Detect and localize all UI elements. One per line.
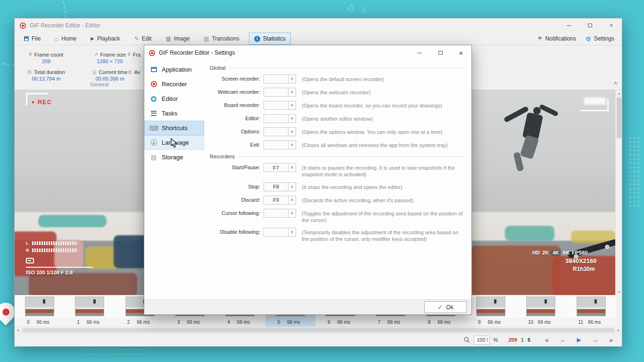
frame-index: 4 [227,320,230,325]
settings-button[interactable]: ⚙ Settings [586,35,614,42]
clear-shortcut-icon[interactable]: × [289,209,296,218]
dialog-close-button[interactable]: × [451,45,471,60]
sidebar-item-storage[interactable]: ▤ Storage [144,150,204,165]
timeline-frame[interactable] [566,295,616,318]
maximize-button[interactable] [579,18,601,33]
frame-label[interactable]: 866 ms [416,318,466,327]
audio-meter-right: R [26,248,77,253]
frame-label[interactable]: 1166 ms [566,318,616,327]
rec-dot-icon: ● [32,99,35,105]
tab-statistics[interactable]: i Statistics [249,33,291,45]
tab-playback[interactable]: ▶ Playback [86,33,124,45]
shortcut-label: Board recorder: [210,101,260,108]
clear-shortcut-icon[interactable]: × [289,74,296,83]
window-title: GIF Recorder Editor - Editor [30,22,100,29]
vertical-scrollbar[interactable]: ▲ ▼ [615,90,622,295]
quality-hd: HD [532,250,540,255]
frame-label[interactable]: 066 ms [15,318,65,327]
minimize-icon [417,53,422,53]
clear-shortcut-icon[interactable]: × [289,163,296,172]
tab-transitions[interactable]: ▥ Transitions [199,33,244,45]
horizontal-scrollbar[interactable]: ◄ ► [15,327,622,333]
shortcut-input[interactable] [264,74,289,83]
sidebar-item-recorder[interactable]: Recorder [144,77,204,91]
clear-shortcut-icon[interactable]: × [289,196,296,205]
timeline-frame[interactable] [516,295,566,318]
timeline-frame[interactable] [15,295,65,318]
close-button[interactable]: × [601,18,622,33]
tab-file[interactable]: File [19,33,45,45]
dialog-maximize-button[interactable] [430,45,451,60]
frame-label[interactable]: 266 ms [115,318,165,327]
clear-shortcut-icon[interactable]: × [289,140,296,149]
shortcut-input[interactable] [264,114,289,123]
timeline-frame[interactable] [65,295,115,318]
zoom-decrease-icon[interactable]: ▾ [487,340,488,342]
frame-index: 2 [127,320,130,325]
minimize-icon [567,25,571,26]
play-button[interactable]: ▶ [573,335,585,345]
horizontal-scroll-thumb[interactable] [22,328,614,332]
clear-shortcut-icon[interactable]: × [289,182,296,191]
shortcut-input[interactable]: F9 [264,196,289,205]
shortcut-input[interactable] [264,209,289,218]
frame-duration: 66 ms [381,320,400,325]
next-frame-button[interactable]: → [589,335,601,345]
frame-label[interactable]: 766 ms [365,318,415,327]
shortcut-input[interactable] [264,88,289,97]
shortcut-input[interactable] [264,228,289,237]
check-icon: ✓ [438,304,442,311]
clear-shortcut-icon[interactable]: × [289,101,296,110]
tab-home[interactable]: ⌂ Home [50,33,81,45]
shortcut-input[interactable] [264,140,289,149]
sidebar-item-editor[interactable]: Editor [144,91,204,106]
scroll-up-arrow[interactable]: ▲ [616,90,622,97]
scroll-down-arrow[interactable]: ▼ [616,288,622,295]
previous-frame-button[interactable]: ← [557,335,569,345]
shortcut-input[interactable]: F7 [264,163,289,172]
ok-button[interactable]: ✓ Ok [424,301,467,313]
frame-label[interactable]: 966 ms [466,318,516,327]
sidebar-item-shortcuts[interactable]: ⌨ Shortcuts [144,121,204,135]
frame-label[interactable]: 1066 ms [516,318,566,327]
frame-label[interactable]: 166 ms [65,318,115,327]
frame-label[interactable]: 466 ms [215,318,265,327]
meter-scale-line [26,267,93,268]
corner-bracket-top-right [580,110,609,111]
shortcut-label: Exit: [210,140,260,148]
minimize-button[interactable] [558,18,579,33]
maximize-icon [588,24,592,27]
shortcut-input[interactable] [264,127,289,136]
shortcut-label: Disable following: [210,228,260,235]
transitions-icon: ▥ [204,36,209,41]
sidebar-item-tasks[interactable]: Tasks [144,106,204,121]
notifications-button[interactable]: ⚑ Notifications [537,35,576,42]
tab-image[interactable]: ▦ Image [161,33,194,45]
collapse-ribbon-icon[interactable]: ^ [614,81,617,87]
clear-shortcut-icon[interactable]: × [289,228,296,237]
graffiti-blob [505,226,554,241]
frame-label-selected[interactable]: 566 ms [265,318,315,327]
clear-shortcut-icon[interactable]: × [289,127,296,136]
first-frame-button[interactable]: « [541,335,553,345]
vertical-scroll-thumb[interactable] [617,98,621,138]
last-frame-button[interactable]: » [605,335,617,345]
frame-index: 1 [77,320,80,325]
frame-index: 10 [528,320,533,325]
sidebar-item-application[interactable]: Application [144,62,204,77]
clear-shortcut-icon[interactable]: × [289,114,296,123]
editor-icon [149,96,158,102]
dialog-footer: ✓ Ok [144,299,471,314]
language-icon: a [149,140,158,146]
timeline-frame[interactable] [466,295,516,318]
tab-edit[interactable]: ✎ Edit [130,33,157,45]
dialog-minimize-button[interactable] [409,45,430,60]
frame-index: 5 [278,320,281,325]
frame-label[interactable]: 366 ms [165,318,215,327]
frame-label[interactable]: 666 ms [315,318,365,327]
frame-duration: 66 ms [431,320,450,325]
clear-shortcut-icon[interactable]: × [289,88,296,97]
zoom-level-input[interactable]: 100 ▴ ▾ [474,336,489,345]
shortcut-input[interactable]: F8 [264,182,289,191]
shortcut-input[interactable] [264,101,289,110]
